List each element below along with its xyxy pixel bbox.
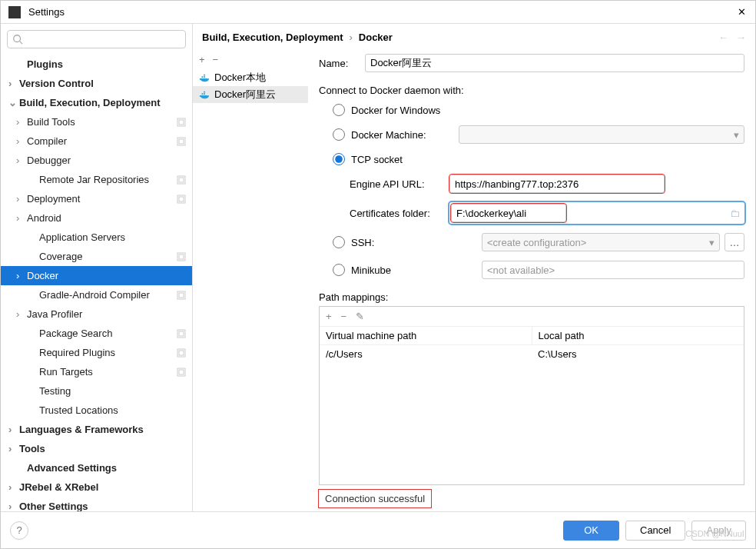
svg-rect-13 — [179, 293, 184, 298]
sidebar-item-label: Build, Execution, Deployment — [19, 97, 160, 108]
name-input[interactable] — [365, 54, 744, 72]
sidebar-item[interactable]: ›Build Tools — [1, 112, 192, 131]
sidebar-item[interactable]: ›Compiler — [1, 131, 192, 151]
sidebar-item[interactable]: Plugins — [1, 55, 192, 74]
sidebar-item[interactable]: ›Other Settings — [1, 497, 192, 511]
sidebar-item-label: Debugger — [27, 155, 71, 166]
chevron-icon: › — [8, 78, 19, 89]
engine-url-label: Engine API URL: — [350, 178, 449, 190]
radio-ssh-label: SSH: — [351, 237, 482, 248]
cancel-button[interactable]: Cancel — [625, 521, 685, 541]
nav-back-icon[interactable]: ← — [718, 32, 728, 43]
search-icon — [12, 34, 23, 45]
list-item[interactable]: Docker阿里云 — [193, 86, 308, 103]
bookmark-icon — [177, 118, 186, 127]
search-input[interactable] — [7, 30, 186, 48]
docker-machine-dropdown[interactable]: ▾ — [459, 125, 744, 144]
sidebar-item[interactable]: Required Plugins — [1, 343, 192, 362]
apply-button[interactable]: Apply — [691, 521, 746, 541]
sidebar-item[interactable]: ⌄Build, Execution, Deployment — [1, 93, 192, 112]
bookmark-icon — [177, 368, 186, 377]
remove-icon[interactable]: − — [213, 54, 219, 65]
breadcrumb-parent[interactable]: Build, Execution, Deployment — [202, 32, 343, 43]
radio-minikube[interactable] — [333, 264, 345, 276]
bookmark-icon — [177, 329, 186, 338]
radio-docker-windows-label: Docker for Windows — [351, 105, 459, 116]
nav-forward-icon[interactable]: → — [736, 32, 746, 43]
chevron-icon: › — [16, 308, 27, 320]
sidebar-item[interactable]: Gradle-Android Compiler — [1, 285, 192, 304]
sidebar-item-label: Deployment — [27, 193, 80, 205]
radio-ssh[interactable] — [333, 236, 345, 248]
chevron-icon: › — [16, 193, 27, 205]
folder-icon[interactable]: 🗀 — [730, 208, 740, 219]
sidebar-item-label: Coverage — [39, 251, 82, 262]
radio-minikube-label: Minikube — [351, 265, 482, 276]
chevron-icon: › — [16, 135, 27, 147]
radio-docker-windows[interactable] — [333, 104, 345, 116]
breadcrumb-current: Docker — [359, 32, 393, 43]
sidebar-item[interactable]: Run Targets — [1, 362, 192, 381]
chevron-down-icon: ▾ — [734, 129, 739, 141]
ssh-browse-button[interactable]: … — [724, 233, 744, 251]
sidebar-item[interactable]: Testing — [1, 381, 192, 401]
chevron-icon: › — [16, 212, 27, 224]
sidebar-item[interactable]: Coverage — [1, 247, 192, 266]
sidebar-item-label: Other Settings — [19, 501, 88, 511]
sidebar-item[interactable]: ›Android — [1, 208, 192, 228]
svg-rect-7 — [179, 178, 184, 182]
svg-rect-5 — [179, 139, 184, 144]
add-icon[interactable]: + — [326, 311, 332, 322]
col-vm-path: Virtual machine path — [320, 327, 532, 344]
connect-label: Connect to Docker daemon with: — [319, 85, 744, 96]
sidebar-item-label: Plugins — [27, 58, 63, 70]
engine-url-input[interactable] — [449, 175, 665, 193]
cert-folder-input[interactable] — [451, 204, 566, 222]
dialog-footer: ? OK Cancel Apply — [1, 511, 755, 548]
sidebar-item-label: Compiler — [27, 135, 67, 147]
sidebar-item[interactable]: Advanced Settings — [1, 458, 192, 477]
path-mappings-label: Path mappings: — [319, 291, 744, 303]
sidebar-item[interactable]: ›Debugger — [1, 151, 192, 170]
chevron-icon: › — [8, 443, 19, 454]
sidebar-item[interactable]: ›Tools — [1, 439, 192, 458]
sidebar-item[interactable]: ›Deployment — [1, 189, 192, 208]
sidebar-item[interactable]: ›Languages & Frameworks — [1, 420, 192, 439]
svg-rect-11 — [179, 255, 184, 259]
sidebar-item[interactable]: ›Version Control — [1, 74, 192, 93]
ok-button[interactable]: OK — [563, 521, 619, 541]
help-button[interactable]: ? — [10, 521, 28, 540]
app-logo — [8, 6, 21, 18]
sidebar-item[interactable]: Application Servers — [1, 228, 192, 247]
sidebar-item[interactable]: Trusted Locations — [1, 401, 192, 420]
edit-icon[interactable]: ✎ — [356, 311, 364, 322]
bookmark-icon — [177, 291, 186, 300]
svg-rect-17 — [179, 351, 184, 355]
chevron-icon: › — [16, 155, 27, 166]
radio-docker-machine[interactable] — [333, 128, 345, 141]
titlebar: Settings ✕ — [1, 1, 755, 24]
sidebar-item[interactable]: ›Java Profiler — [1, 304, 192, 324]
sidebar-item-label: Trusted Locations — [39, 404, 118, 416]
sidebar-item-label: Package Search — [39, 328, 112, 339]
radio-tcp-socket[interactable] — [333, 153, 345, 165]
bookmark-icon — [177, 195, 186, 204]
cert-folder-label: Certificates folder: — [350, 208, 449, 219]
sidebar-item[interactable]: Remote Jar Repositories — [1, 170, 192, 189]
chevron-icon: › — [16, 116, 27, 128]
sidebar-item[interactable]: ›JRebel & XRebel — [1, 477, 192, 497]
sidebar-item[interactable]: ›Docker — [1, 266, 192, 285]
sidebar-item-label: Android — [27, 212, 61, 224]
sidebar-item-label: Remote Jar Repositories — [39, 174, 149, 185]
sidebar-item[interactable]: Package Search — [1, 324, 192, 343]
list-item[interactable]: Docker本地 — [193, 69, 308, 86]
table-row[interactable]: /c/Users C:\Users — [320, 345, 744, 363]
close-icon[interactable]: ✕ — [735, 6, 748, 18]
bookmark-icon — [177, 348, 186, 358]
radio-tcp-socket-label: TCP socket — [351, 154, 459, 165]
remove-icon[interactable]: − — [341, 311, 347, 322]
sidebar-item-label: Build Tools — [27, 116, 75, 128]
add-icon[interactable]: + — [199, 54, 205, 65]
ssh-config-dropdown[interactable]: <create configuration>▾ — [482, 233, 720, 251]
sidebar-item-label: Gradle-Android Compiler — [39, 289, 150, 301]
